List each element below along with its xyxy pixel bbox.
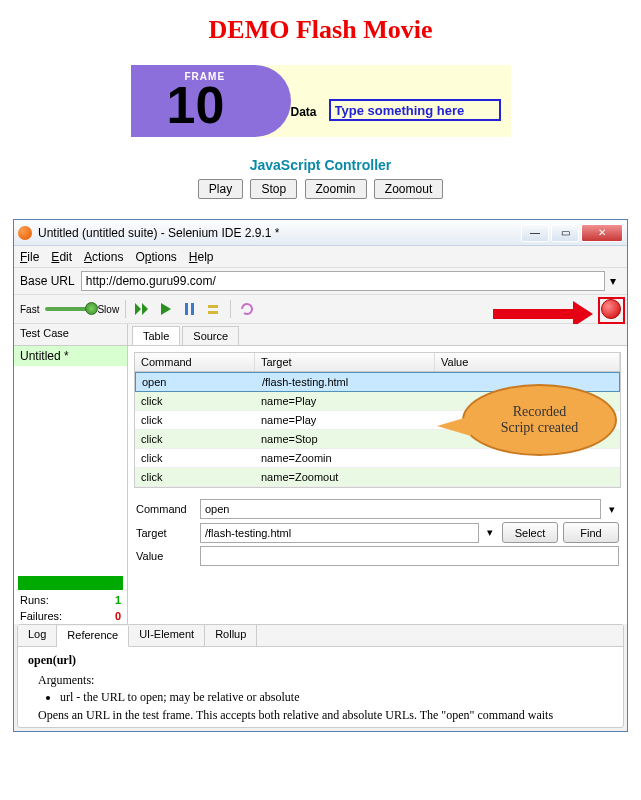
menu-edit[interactable]: Edit bbox=[51, 250, 72, 264]
page-title: DEMO Flash Movie bbox=[0, 15, 641, 45]
bottom-tabs: Log Reference UI-Element Rollup bbox=[18, 625, 623, 647]
pause-icon[interactable] bbox=[180, 299, 200, 319]
sidebar: Test Case Untitled * Runs:1 Failures:0 bbox=[14, 324, 128, 624]
selenium-ide-window: Untitled (untitled suite) - Selenium IDE… bbox=[13, 219, 628, 732]
controller-title: JavaScript Controller bbox=[0, 157, 641, 173]
step-icon[interactable] bbox=[204, 299, 224, 319]
menubar: File Edit Actions Options Help bbox=[14, 246, 627, 268]
table-row[interactable]: clickname=Stop bbox=[135, 430, 620, 449]
testcase-item[interactable]: Untitled * bbox=[14, 346, 127, 366]
col-command: Command bbox=[135, 353, 255, 371]
minimize-button[interactable]: — bbox=[521, 224, 549, 242]
play-icon[interactable] bbox=[156, 299, 176, 319]
progress-bar bbox=[18, 576, 123, 590]
maximize-button[interactable]: ▭ bbox=[551, 224, 579, 242]
stop-button[interactable]: Stop bbox=[250, 179, 297, 199]
close-button[interactable]: ✕ bbox=[581, 224, 623, 242]
ref-arg1: url - the URL to open; may be relative o… bbox=[60, 690, 613, 706]
value-label: Value bbox=[136, 550, 200, 562]
command-input[interactable] bbox=[200, 499, 601, 519]
command-dropdown-icon[interactable]: ▾ bbox=[605, 503, 619, 516]
speed-slider[interactable] bbox=[45, 307, 93, 311]
table-row[interactable]: open/flash-testing.html bbox=[135, 372, 620, 392]
value-input[interactable] bbox=[200, 546, 619, 566]
baseurl-row: Base URL ▾ bbox=[14, 268, 627, 294]
play-button[interactable]: Play bbox=[198, 179, 243, 199]
find-button[interactable]: Find bbox=[563, 522, 619, 543]
main-tabs: Table Source bbox=[128, 324, 627, 346]
testcase-header[interactable]: Test Case bbox=[14, 324, 127, 346]
refresh-icon[interactable] bbox=[237, 299, 257, 319]
command-label: Command bbox=[136, 503, 200, 515]
menu-options[interactable]: Options bbox=[135, 250, 176, 264]
table-header: Command Target Value bbox=[135, 353, 620, 372]
tab-rollup[interactable]: Rollup bbox=[205, 625, 257, 646]
app-icon bbox=[18, 226, 32, 240]
baseurl-label: Base URL bbox=[20, 274, 75, 288]
baseurl-input[interactable] bbox=[81, 271, 605, 291]
bottom-panel: Log Reference UI-Element Rollup open(url… bbox=[17, 624, 624, 728]
menu-file[interactable]: File bbox=[20, 250, 39, 264]
svg-rect-0 bbox=[185, 303, 188, 315]
ref-desc: Opens an URL in the test frame. This acc… bbox=[38, 708, 613, 724]
target-input[interactable] bbox=[200, 523, 479, 543]
menu-actions[interactable]: Actions bbox=[84, 250, 123, 264]
zoomout-button[interactable]: Zoomout bbox=[374, 179, 443, 199]
command-table: Command Target Value open/flash-testing.… bbox=[134, 352, 621, 488]
menu-help[interactable]: Help bbox=[189, 250, 214, 264]
command-form: Command ▾ Target ▾ Select Find Value bbox=[128, 494, 627, 575]
toolbar: Fast Slow bbox=[14, 294, 627, 324]
table-row[interactable]: clickname=Zoomout bbox=[135, 468, 620, 487]
play-all-icon[interactable] bbox=[132, 299, 152, 319]
titlebar: Untitled (untitled suite) - Selenium IDE… bbox=[14, 220, 627, 246]
controller-buttons: Play Stop Zoomin Zoomout bbox=[0, 179, 641, 199]
target-dropdown-icon[interactable]: ▾ bbox=[483, 526, 497, 539]
flash-movie-box: FRAME 10 Data bbox=[131, 65, 511, 137]
svg-rect-2 bbox=[208, 305, 218, 308]
runs-stat: Runs:1 bbox=[14, 592, 127, 608]
separator bbox=[125, 300, 126, 318]
tab-reference[interactable]: Reference bbox=[57, 626, 129, 647]
baseurl-dropdown-icon[interactable]: ▾ bbox=[605, 274, 621, 288]
svg-rect-3 bbox=[208, 311, 218, 314]
table-row[interactable]: clickname=Play bbox=[135, 411, 620, 430]
record-button[interactable] bbox=[601, 299, 621, 319]
zoomin-button[interactable]: Zoomin bbox=[305, 179, 367, 199]
tab-table[interactable]: Table bbox=[132, 326, 180, 345]
target-label: Target bbox=[136, 527, 200, 539]
flash-data-label: Data bbox=[291, 105, 317, 119]
ref-cmd-name: open(url) bbox=[28, 653, 76, 667]
tab-uielement[interactable]: UI-Element bbox=[129, 625, 205, 646]
reference-body: open(url) Arguments: url - the URL to op… bbox=[18, 647, 623, 727]
tab-log[interactable]: Log bbox=[18, 625, 57, 646]
svg-rect-1 bbox=[191, 303, 194, 315]
separator bbox=[230, 300, 231, 318]
flash-data-input[interactable] bbox=[329, 99, 501, 121]
select-button[interactable]: Select bbox=[502, 522, 558, 543]
table-row[interactable]: clickname=Play bbox=[135, 392, 620, 411]
speed-slow-label: Slow bbox=[97, 304, 119, 315]
flash-frame-number: 10 bbox=[167, 79, 225, 131]
speed-fast-label: Fast bbox=[20, 304, 39, 315]
table-row[interactable]: clickname=Zoomin bbox=[135, 449, 620, 468]
window-title: Untitled (untitled suite) - Selenium IDE… bbox=[38, 226, 519, 240]
failures-stat: Failures:0 bbox=[14, 608, 127, 624]
tab-source[interactable]: Source bbox=[182, 326, 239, 345]
col-value: Value bbox=[435, 353, 620, 371]
ref-args-label: Arguments: bbox=[38, 673, 613, 689]
main-area: Table Source Command Target Value open/f… bbox=[128, 324, 627, 624]
col-target: Target bbox=[255, 353, 435, 371]
